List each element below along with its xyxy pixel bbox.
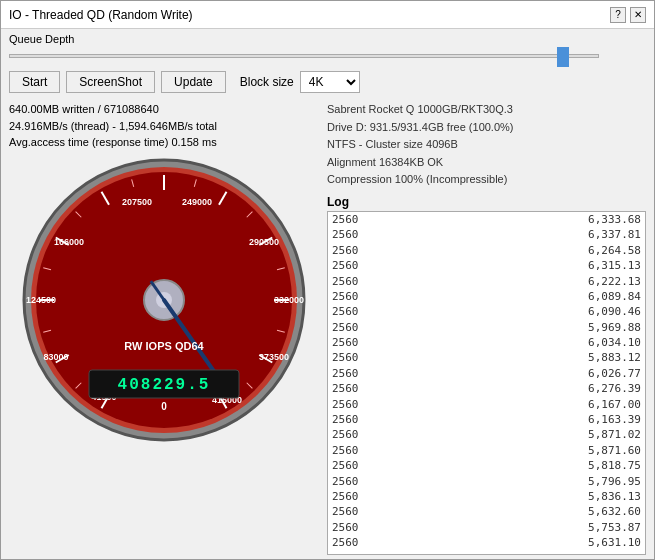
- log-row: 25606,222.13: [328, 274, 645, 289]
- log-col-iops: 2560: [332, 489, 377, 504]
- svg-text:0: 0: [161, 401, 167, 412]
- log-col-iops: 2560: [332, 427, 377, 442]
- log-col-value: 5,753.87: [377, 520, 641, 535]
- log-col-iops: 2560: [332, 551, 377, 555]
- log-container[interactable]: 25606,333.6825606,337.8125606,264.582560…: [327, 211, 646, 555]
- log-col-value: 6,089.84: [377, 289, 641, 304]
- right-panel: Sabrent Rocket Q 1000GB/RKT30Q.3 Drive D…: [327, 101, 646, 555]
- log-row: 25605,871.60: [328, 443, 645, 458]
- drive-model: Sabrent Rocket Q 1000GB/RKT30Q.3: [327, 101, 646, 119]
- log-col-iops: 2560: [332, 381, 377, 396]
- update-button[interactable]: Update: [161, 71, 226, 93]
- log-row: 25605,623.31: [328, 551, 645, 555]
- log-col-value: 5,623.31: [377, 551, 641, 555]
- log-col-iops: 2560: [332, 289, 377, 304]
- written-stat: 640.00MB written / 671088640: [9, 101, 319, 118]
- drive-letter: Drive D: 931.5/931.4GB free (100.0%): [327, 119, 646, 137]
- log-row: 25605,836.13: [328, 489, 645, 504]
- main-window: IO - Threaded QD (Random Write) ? ✕ Queu…: [0, 0, 655, 560]
- log-col-value: 5,631.10: [377, 535, 641, 550]
- log-row: 25606,337.81: [328, 227, 645, 242]
- speed-stat: 24.916MB/s (thread) - 1,594.646MB/s tota…: [9, 118, 319, 135]
- log-col-value: 6,167.00: [377, 397, 641, 412]
- log-row: 25606,163.39: [328, 412, 645, 427]
- log-row: 25606,264.58: [328, 243, 645, 258]
- svg-text:83000: 83000: [43, 352, 68, 362]
- svg-text:124500: 124500: [26, 295, 56, 305]
- svg-text:332000: 332000: [274, 295, 304, 305]
- log-row: 25605,796.95: [328, 474, 645, 489]
- svg-text:290500: 290500: [249, 237, 279, 247]
- queue-depth-section: Queue Depth: [1, 29, 654, 67]
- log-col-iops: 2560: [332, 474, 377, 489]
- log-row: 25606,090.46: [328, 304, 645, 319]
- gauge-container: 0 41500 83000 124500 166000 207500 24900…: [19, 155, 309, 445]
- left-panel: 640.00MB written / 671088640 24.916MB/s …: [9, 101, 319, 555]
- log-col-iops: 2560: [332, 304, 377, 319]
- log-col-iops: 2560: [332, 274, 377, 289]
- log-row: 25605,631.10: [328, 535, 645, 550]
- log-row: 25605,818.75: [328, 458, 645, 473]
- drive-info: Sabrent Rocket Q 1000GB/RKT30Q.3 Drive D…: [327, 101, 646, 189]
- start-button[interactable]: Start: [9, 71, 60, 93]
- svg-text:249000: 249000: [182, 197, 212, 207]
- log-col-iops: 2560: [332, 397, 377, 412]
- drive-filesystem: NTFS - Cluster size 4096B: [327, 136, 646, 154]
- close-button[interactable]: ✕: [630, 7, 646, 23]
- queue-depth-slider[interactable]: [9, 47, 599, 65]
- log-col-iops: 2560: [332, 366, 377, 381]
- log-col-value: 6,090.46: [377, 304, 641, 319]
- log-row: 25606,026.77: [328, 366, 645, 381]
- log-col-value: 6,333.68: [377, 212, 641, 227]
- log-col-value: 5,871.02: [377, 427, 641, 442]
- log-col-value: 5,871.60: [377, 443, 641, 458]
- log-row: 25605,969.88: [328, 320, 645, 335]
- block-size-select[interactable]: 4K 512B 1K 2K 8K 16K 32K 64K: [300, 71, 360, 93]
- queue-depth-label: Queue Depth: [9, 33, 646, 45]
- log-col-iops: 2560: [332, 458, 377, 473]
- log-col-value: 6,026.77: [377, 366, 641, 381]
- block-size-label: Block size: [240, 75, 294, 89]
- screenshot-button[interactable]: ScreenShot: [66, 71, 155, 93]
- log-row: 25606,333.68: [328, 212, 645, 227]
- stats-section: 640.00MB written / 671088640 24.916MB/s …: [9, 101, 319, 151]
- log-row: 25605,871.02: [328, 427, 645, 442]
- log-col-iops: 2560: [332, 504, 377, 519]
- log-col-iops: 2560: [332, 350, 377, 365]
- log-col-value: 5,883.12: [377, 350, 641, 365]
- svg-text:207500: 207500: [122, 197, 152, 207]
- log-col-value: 6,163.39: [377, 412, 641, 427]
- log-label: Log: [327, 195, 646, 209]
- log-col-value: 6,264.58: [377, 243, 641, 258]
- log-col-value: 6,034.10: [377, 335, 641, 350]
- access-time-stat: Avg.access time (response time) 0.158 ms: [9, 134, 319, 151]
- log-col-value: 5,818.75: [377, 458, 641, 473]
- log-row: 25606,167.00: [328, 397, 645, 412]
- log-col-iops: 2560: [332, 412, 377, 427]
- log-col-iops: 2560: [332, 535, 377, 550]
- log-row: 25606,315.13: [328, 258, 645, 273]
- log-col-value: 5,969.88: [377, 320, 641, 335]
- gauge-svg: 0 41500 83000 124500 166000 207500 24900…: [19, 155, 309, 445]
- title-controls: ? ✕: [610, 7, 646, 23]
- log-row: 25606,276.39: [328, 381, 645, 396]
- log-col-value: 5,796.95: [377, 474, 641, 489]
- help-button[interactable]: ?: [610, 7, 626, 23]
- log-col-iops: 2560: [332, 520, 377, 535]
- drive-compression: Compression 100% (Incompressible): [327, 171, 646, 189]
- log-col-value: 5,836.13: [377, 489, 641, 504]
- svg-text:408229.5: 408229.5: [118, 376, 211, 394]
- svg-text:166000: 166000: [54, 237, 84, 247]
- log-col-iops: 2560: [332, 212, 377, 227]
- log-col-iops: 2560: [332, 335, 377, 350]
- log-col-value: 6,315.13: [377, 258, 641, 273]
- window-title: IO - Threaded QD (Random Write): [9, 8, 193, 22]
- log-col-iops: 2560: [332, 320, 377, 335]
- log-row: 25605,883.12: [328, 350, 645, 365]
- drive-alignment: Alignment 16384KB OK: [327, 154, 646, 172]
- log-col-value: 6,276.39: [377, 381, 641, 396]
- svg-text:RW IOPS QD64: RW IOPS QD64: [124, 340, 204, 352]
- log-col-iops: 2560: [332, 227, 377, 242]
- log-col-iops: 2560: [332, 443, 377, 458]
- log-col-iops: 2560: [332, 258, 377, 273]
